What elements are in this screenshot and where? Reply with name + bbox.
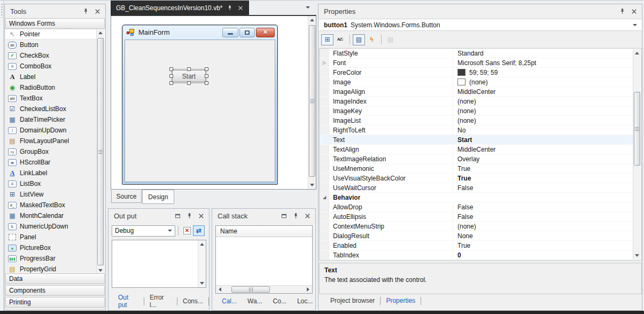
close-icon[interactable]	[94, 8, 101, 15]
property-row-usewaitcursor[interactable]: UseWaitCursorFalse	[320, 183, 633, 193]
property-row-imagelist[interactable]: ImageList(none)	[320, 116, 633, 125]
property-row-image[interactable]: Image(none)	[320, 77, 633, 87]
toolbox-category-data[interactable]: Data	[5, 273, 105, 284]
toolbox-item-linklabel[interactable]: ALinkLabel	[5, 168, 105, 178]
property-row-tabindex[interactable]: TabIndex0	[320, 250, 633, 260]
callstack-list[interactable]: Name	[215, 225, 313, 294]
restore-icon[interactable]	[281, 213, 288, 219]
output-textarea[interactable]	[112, 240, 206, 288]
property-row-textimagerelation[interactable]: TextImageRelationOverlay	[320, 154, 633, 164]
toolbox-item-listview[interactable]: ⊞ListView	[5, 189, 105, 200]
property-value[interactable]: (none)	[453, 98, 633, 105]
pin-icon[interactable]	[619, 8, 626, 15]
property-row-righttoleft[interactable]: RightToLeftNo	[320, 125, 633, 135]
scroll-up-icon[interactable]	[633, 49, 641, 57]
property-value[interactable]: Start	[453, 136, 633, 144]
property-row-flatstyle[interactable]: FlatStyleStandard	[320, 49, 633, 58]
selection-handle[interactable]	[169, 67, 173, 71]
property-row-imageindex[interactable]: ImageIndex(none)	[320, 97, 633, 106]
view-tab-design[interactable]: Design	[142, 190, 174, 204]
close-icon[interactable]	[237, 5, 244, 11]
scroll-up-icon[interactable]	[308, 16, 316, 24]
category-expanded-icon[interactable]: ◢	[320, 195, 329, 200]
output-tab-errorl[interactable]: Error l...	[144, 294, 177, 309]
property-value[interactable]: None	[453, 232, 633, 240]
clear-output-button[interactable]: ✕	[181, 225, 193, 236]
property-row-imagekey[interactable]: ImageKey(none)	[320, 106, 633, 116]
property-row-allowdrop[interactable]: AllowDropFalse	[320, 202, 633, 212]
selection-handle[interactable]	[169, 74, 173, 78]
toolbox-item-pointer[interactable]: ↖Pointer	[5, 29, 105, 40]
property-value[interactable]: False	[453, 184, 633, 192]
property-value[interactable]: 0	[453, 252, 633, 259]
toolbox-category-windows-forms[interactable]: Windows Forms	[5, 18, 105, 29]
scrollbar-thumb[interactable]	[97, 38, 104, 265]
callstack-tab-wa[interactable]: Wa...	[242, 297, 268, 305]
view-tab-source[interactable]: Source	[111, 190, 142, 203]
toolbox-item-progressbar[interactable]: ▮▮▮ProgressBar	[5, 253, 105, 264]
toolbox-category-printing[interactable]: Printing	[5, 297, 105, 308]
scrollbar-thumb[interactable]	[634, 92, 640, 166]
toolbox-category-components[interactable]: Components	[5, 285, 105, 296]
toolbox-item-checkbox[interactable]: ✔CheckBox	[5, 50, 105, 61]
toolbox-item-hscrollbar[interactable]: ◂▸HScrollBar	[5, 157, 105, 168]
toolbox-item-domainupdown[interactable]: ↕DomainUpDown	[5, 125, 105, 136]
close-button[interactable]: ✕	[256, 28, 275, 37]
toolbox-item-maskedtextbox[interactable]: #_MaskedTextBox	[5, 200, 105, 210]
restore-icon[interactable]	[174, 213, 181, 219]
output-category-combobox[interactable]: Debug	[112, 225, 175, 237]
property-row-dialogresult[interactable]: DialogResultNone	[320, 231, 633, 241]
document-tab[interactable]: GB_CleanSequencesInVersion10.vb*	[111, 1, 249, 15]
selection-handle[interactable]	[169, 81, 173, 85]
properties-tab-properties[interactable]: Properties	[381, 297, 421, 304]
scroll-down-icon[interactable]	[633, 252, 641, 260]
scrollbar-thumb[interactable]	[309, 25, 315, 177]
property-value[interactable]: Overlay	[453, 155, 633, 163]
object-selector-combobox[interactable]: button1 System.Windows.Forms.Button	[319, 19, 642, 31]
property-value[interactable]: False	[453, 213, 633, 221]
categorized-button[interactable]: ⊞	[321, 34, 333, 45]
close-icon[interactable]	[198, 213, 205, 219]
property-row-forecolor[interactable]: ForeColor59; 59; 59	[320, 68, 633, 77]
property-row-behavior[interactable]: ◢Behavior	[320, 193, 633, 202]
selection-handle[interactable]	[205, 74, 208, 78]
property-value[interactable]: Microsoft Sans Serif; 8,25pt	[453, 59, 633, 67]
property-value[interactable]: (none)	[453, 223, 633, 230]
output-scrollbar[interactable]	[198, 240, 206, 287]
toolbox-scrollbar[interactable]	[96, 29, 104, 274]
selection-handle[interactable]	[205, 67, 208, 71]
designed-start-button[interactable]: Start	[172, 70, 206, 82]
output-tab-output[interactable]: Out put	[113, 294, 144, 309]
pin-icon[interactable]	[82, 8, 89, 15]
selection-handle[interactable]	[205, 81, 208, 85]
selection-handle[interactable]	[187, 81, 191, 85]
expander-collapsed-icon[interactable]: ▷	[320, 60, 329, 65]
property-row-textalign[interactable]: TextAlignMiddleCenter	[320, 145, 633, 154]
toolbox-item-numericupdown[interactable]: ⇅NumericUpDown	[5, 221, 105, 232]
callstack-tab-loc[interactable]: Loc...	[292, 297, 318, 305]
designer-scrollbar[interactable]	[308, 16, 316, 189]
property-value[interactable]: MiddleCenter	[453, 88, 633, 96]
toolbox-item-monthcalendar[interactable]: ▦MonthCalendar	[5, 210, 105, 221]
toolbox-item-propertygrid[interactable]: ▤PropertyGrid	[5, 264, 105, 274]
pin-icon[interactable]	[227, 5, 233, 11]
toolbox-item-groupbox[interactable]: xyGroupBox	[5, 146, 105, 157]
toolbox-item-listbox[interactable]: ≡ListBox	[5, 178, 105, 189]
property-row-contextmenustrip[interactable]: ContextMenuStrip(none)	[320, 222, 633, 231]
selection-handle[interactable]	[187, 67, 191, 71]
scroll-down-icon[interactable]	[308, 181, 316, 189]
toolbox-item-label[interactable]: ALabel	[5, 72, 105, 82]
properties-tab-projectbrowser[interactable]: Project browser	[325, 297, 380, 304]
property-value[interactable]: False	[453, 203, 633, 211]
pin-icon[interactable]	[186, 213, 193, 219]
tab-list-chevron-icon[interactable]	[306, 6, 310, 9]
scroll-down-icon[interactable]	[198, 279, 206, 287]
toolbox-item-checkedlistbox[interactable]: ☑CheckedListBox	[5, 104, 105, 114]
property-value[interactable]: MiddleCenter	[453, 146, 633, 153]
property-row-usevisualstylebackcolor[interactable]: UseVisualStyleBackColorTrue	[320, 174, 633, 183]
property-row-enabled[interactable]: EnabledTrue	[320, 241, 633, 250]
property-value[interactable]: (none)	[453, 78, 633, 86]
minimize-button[interactable]	[222, 28, 238, 37]
scrollbar-thumb[interactable]	[231, 286, 270, 293]
property-row-font[interactable]: ▷FontMicrosoft Sans Serif; 8,25pt	[320, 58, 633, 68]
